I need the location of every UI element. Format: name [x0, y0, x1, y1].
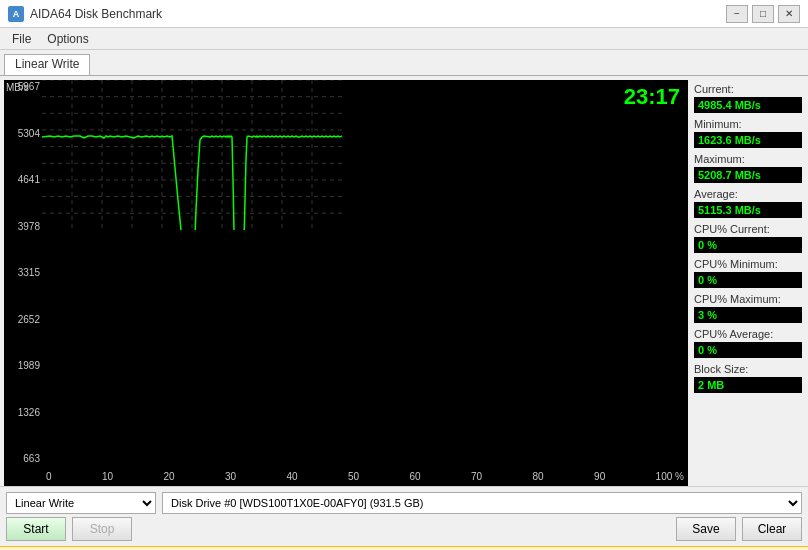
- bottom-controls: Linear Write Disk Drive #0 [WDS100T1X0E-…: [0, 486, 808, 546]
- x-label-3: 30: [225, 471, 236, 482]
- cpu-maximum-label: CPU% Maximum:: [694, 293, 802, 305]
- app-icon-letter: A: [13, 9, 20, 19]
- y-label-3: 3978: [6, 222, 40, 232]
- current-label: Current:: [694, 83, 802, 95]
- menu-options[interactable]: Options: [39, 30, 96, 48]
- x-label-6: 60: [410, 471, 421, 482]
- drive-dropdown[interactable]: Disk Drive #0 [WDS100T1X0E-00AFY0] (931.…: [162, 492, 802, 514]
- y-label-5: 2652: [6, 315, 40, 325]
- x-label-0: 0: [46, 471, 52, 482]
- main-content: MB/s 5967 5304 4641 3978 3315 2652 1989 …: [0, 76, 808, 486]
- y-label-7: 1326: [6, 408, 40, 418]
- average-label: Average:: [694, 188, 802, 200]
- y-label-8: 663: [6, 454, 40, 464]
- x-axis: 0 10 20 30 40 50 60 70 80 90 100 %: [42, 466, 688, 486]
- stop-button[interactable]: Stop: [72, 517, 132, 541]
- warning-bar: ⚠ Write tests will DESTROY ALL DATA on t…: [0, 546, 808, 550]
- title-bar: A AIDA64 Disk Benchmark − □ ✕: [0, 0, 808, 28]
- x-label-8: 80: [533, 471, 544, 482]
- x-label-9: 90: [594, 471, 605, 482]
- cpu-current-label: CPU% Current:: [694, 223, 802, 235]
- app-title: AIDA64 Disk Benchmark: [30, 7, 162, 21]
- x-label-2: 20: [163, 471, 174, 482]
- y-label-6: 1989: [6, 361, 40, 371]
- maximum-label: Maximum:: [694, 153, 802, 165]
- cpu-minimum-label: CPU% Minimum:: [694, 258, 802, 270]
- current-value: 4985.4 MB/s: [694, 97, 802, 113]
- cpu-average-label: CPU% Average:: [694, 328, 802, 340]
- y-axis: 5967 5304 4641 3978 3315 2652 1989 1326 …: [4, 80, 42, 466]
- test-type-dropdown[interactable]: Linear Write: [6, 492, 156, 514]
- start-button[interactable]: Start: [6, 517, 66, 541]
- app-icon: A: [8, 6, 24, 22]
- average-value: 5115.3 MB/s: [694, 202, 802, 218]
- cpu-minimum-value: 0 %: [694, 272, 802, 288]
- chart-area: MB/s 5967 5304 4641 3978 3315 2652 1989 …: [4, 80, 688, 486]
- x-label-4: 40: [287, 471, 298, 482]
- maximize-button[interactable]: □: [752, 5, 774, 23]
- right-panel: Current: 4985.4 MB/s Minimum: 1623.6 MB/…: [688, 76, 808, 486]
- y-label-2: 4641: [6, 175, 40, 185]
- maximum-value: 5208.7 MB/s: [694, 167, 802, 183]
- control-row-2: Start Stop Save Clear: [6, 517, 802, 541]
- close-button[interactable]: ✕: [778, 5, 800, 23]
- menu-bar: File Options: [0, 28, 808, 50]
- cpu-maximum-value: 3 %: [694, 307, 802, 323]
- y-label-0: 5967: [6, 82, 40, 92]
- chart-svg: [42, 80, 342, 230]
- chart-timer: 23:17: [624, 84, 680, 110]
- y-label-1: 5304: [6, 129, 40, 139]
- minimize-button[interactable]: −: [726, 5, 748, 23]
- title-bar-left: A AIDA64 Disk Benchmark: [8, 6, 162, 22]
- tab-bar: Linear Write: [0, 50, 808, 76]
- clear-button[interactable]: Clear: [742, 517, 802, 541]
- x-label-7: 70: [471, 471, 482, 482]
- y-label-4: 3315: [6, 268, 40, 278]
- control-row-1: Linear Write Disk Drive #0 [WDS100T1X0E-…: [6, 492, 802, 514]
- block-size-label: Block Size:: [694, 363, 802, 375]
- cpu-average-value: 0 %: [694, 342, 802, 358]
- x-label-10: 100 %: [656, 471, 684, 482]
- minimum-label: Minimum:: [694, 118, 802, 130]
- block-size-value: 2 MB: [694, 377, 802, 393]
- cpu-current-value: 0 %: [694, 237, 802, 253]
- x-label-5: 50: [348, 471, 359, 482]
- tab-linear-write[interactable]: Linear Write: [4, 54, 90, 75]
- window-controls: − □ ✕: [726, 5, 800, 23]
- menu-file[interactable]: File: [4, 30, 39, 48]
- save-button[interactable]: Save: [676, 517, 736, 541]
- x-label-1: 10: [102, 471, 113, 482]
- minimum-value: 1623.6 MB/s: [694, 132, 802, 148]
